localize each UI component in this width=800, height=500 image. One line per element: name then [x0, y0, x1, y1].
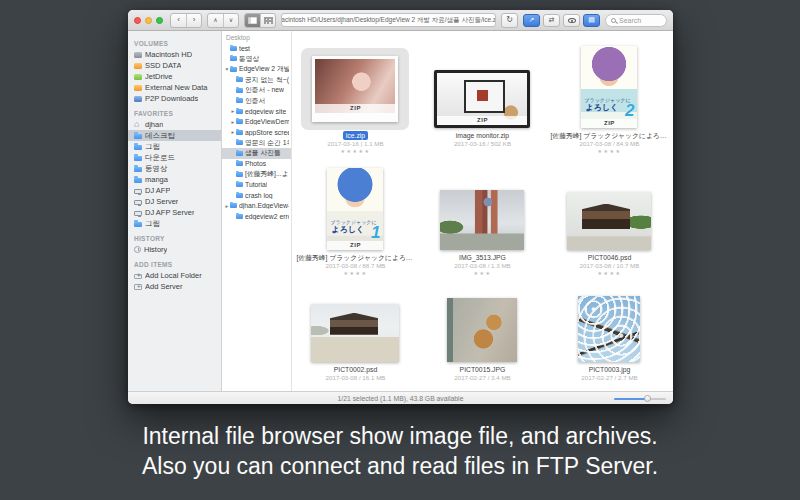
tree-row[interactable]: 인증서 - new	[222, 85, 291, 96]
sidebar-item-icon	[134, 274, 142, 280]
sidebar-row[interactable]: Macintosh HD	[128, 49, 221, 60]
path-field[interactable]: Macintosh HD/Users/djhan/Desktop/EdgeVie…	[281, 13, 496, 27]
sidebar-row[interactable]: DJ Server	[128, 196, 221, 207]
file-name[interactable]: [佐藤秀峰] ブラックジャックによろしく02.zip	[547, 131, 671, 140]
sidebar-row[interactable]: djhan	[128, 119, 221, 130]
file-cell[interactable]: PICT0046.psd 2017-03-08 / 10.7 MB ★★★★	[546, 157, 673, 279]
file-name[interactable]: PICT0002.psd	[331, 365, 380, 374]
sidebar-row[interactable]: 동영상	[128, 163, 221, 174]
sidebar-row[interactable]: DJ AFP	[128, 185, 221, 196]
file-name[interactable]: [佐藤秀峰] ブラックジャックによろしく01.zip	[293, 253, 417, 262]
file-name[interactable]: PICT0046.psd	[585, 253, 634, 262]
preview-button[interactable]	[563, 14, 580, 27]
tree-row[interactable]: ▸ edgeview site	[222, 106, 291, 117]
file-cell[interactable]: PICT0002.psd 2017-03-08 / 16.1 MB	[292, 279, 419, 391]
file-cell[interactable]: ZIP ice.zip 2017-03-16 | 1.1 MB ★★★★★	[292, 35, 419, 157]
thumbnail-view-button[interactable]	[260, 14, 275, 27]
tree-row[interactable]: edgeview2 error log	[222, 211, 291, 222]
forward-button[interactable]: ›	[186, 14, 201, 27]
tree-row[interactable]: [佐藤秀峰]...よろしく	[222, 169, 291, 180]
sidebar-row[interactable]: VOLUMES	[128, 38, 221, 49]
file-cell[interactable]: IMG_3513.JPG 2017-03-08 / 1.3 MB ★★★	[419, 157, 546, 279]
thumbnail-image[interactable]	[447, 298, 517, 362]
file-cell[interactable]: PICT0015.JPG 2017-02-27 / 3.4 MB	[419, 279, 546, 391]
list-view-button[interactable]	[245, 14, 260, 27]
file-cell[interactable]: ブラックジャックに よろしく 2 ZIP [佐藤秀峰] ブラックジャックによろし…	[546, 35, 673, 157]
browser-mode-button[interactable]: ▤	[583, 14, 600, 27]
tree-row[interactable]: ▸ appStore screenshot	[222, 127, 291, 138]
minimize-window-button[interactable]	[145, 17, 152, 24]
down-button[interactable]: ∨	[223, 14, 238, 27]
thumbnail-image[interactable]	[311, 304, 399, 362]
sidebar-row[interactable]: External New Data	[128, 82, 221, 93]
sidebar-row[interactable]: manga	[128, 174, 221, 185]
sidebar-item-label: DJ Server	[145, 197, 178, 206]
folder-icon	[236, 214, 243, 219]
tree-row[interactable]: Photos	[222, 159, 291, 170]
grid-view-icon	[264, 17, 273, 24]
sidebar-row[interactable]: ADD ITEMS	[128, 259, 221, 270]
sidebar-row[interactable]: HISTORY	[128, 233, 221, 244]
sidebar-item-icon	[134, 63, 142, 69]
sidebar-row[interactable]: FAVORITES	[128, 108, 221, 119]
tree-row[interactable]: ▸ djhan.EdgeView-2	[222, 201, 291, 212]
tree-row[interactable]: 샘플 사진들	[222, 148, 291, 159]
tree-row[interactable]: crash log	[222, 190, 291, 201]
file-name[interactable]: image monitor.zip	[453, 131, 512, 140]
file-name[interactable]: IMG_3513.JPG	[456, 253, 509, 262]
sidebar-row[interactable]: P2P Downloads	[128, 93, 221, 104]
thumbnail-image[interactable]: ブラックジャックに よろしく 2 ZIP	[581, 46, 637, 128]
thumbnail-image[interactable]	[440, 190, 524, 250]
thumbnail-image[interactable]	[567, 192, 651, 250]
folder-icon	[230, 56, 237, 61]
sidebar-row[interactable]: 다운로드	[128, 152, 221, 163]
close-window-button[interactable]	[134, 17, 141, 24]
sidebar-item-icon	[134, 121, 142, 129]
file-date-size: 2017-03-08 / 1.3 MB	[454, 262, 510, 270]
tree-row[interactable]: test	[222, 43, 291, 54]
sidebar-row[interactable]: History	[128, 244, 221, 255]
file-rating-stars: ★★★★	[597, 148, 621, 155]
tree-row[interactable]: ▾ EdgeView 2 개발 자료	[222, 64, 291, 75]
tree-row[interactable]: ▸ EdgeViewDemo(ver2)	[222, 117, 291, 128]
thumbnail-image[interactable]: ZIP	[434, 70, 530, 128]
sidebar-row[interactable]: DJ AFP Server	[128, 207, 221, 218]
tree-row[interactable]: 공지 없는 척~(완전 몰이)	[222, 75, 291, 86]
file-cell[interactable]: ブラックジャックに よろしく 1 ZIP [佐藤秀峰] ブラックジャックによろし…	[292, 157, 419, 279]
file-name[interactable]: ice.zip	[343, 131, 368, 140]
share-button[interactable]: ↗	[523, 14, 540, 27]
file-name[interactable]: PICT0003.jpg	[586, 365, 634, 374]
thumbnail-image[interactable]: ZIP	[312, 56, 398, 122]
refresh-button[interactable]: ↻	[502, 14, 517, 27]
file-cell[interactable]: PICT0003.jpg 2017-02-27 / 2.7 MB	[546, 279, 673, 391]
tree-row[interactable]: 영문의 순간 1위	[222, 138, 291, 149]
transfer-button[interactable]: ⇄	[543, 14, 560, 27]
cover-subtitle-text: よろしく	[585, 102, 618, 113]
sidebar-row[interactable]: Add Local Folder	[128, 270, 221, 281]
cover-subtitle-text: よろしく	[331, 224, 364, 235]
tree-row[interactable]: Tutorial	[222, 180, 291, 191]
sidebar-row[interactable]: JetDrive	[128, 71, 221, 82]
tree-row[interactable]: 인증서	[222, 96, 291, 107]
search-placeholder: Search	[619, 17, 641, 24]
zoom-slider-knob[interactable]	[644, 395, 651, 402]
file-name[interactable]: PICT0015.JPG	[457, 365, 509, 374]
file-cell[interactable]: ZIP image monitor.zip 2017-03-16 / 502 K…	[419, 35, 546, 157]
edgeview-file-browser-window: ‹ › ∧ ∨ Macintosh HD/Users/djhan/Desktop…	[128, 10, 673, 404]
traffic-lights	[134, 17, 163, 24]
thumbnail-image[interactable]	[578, 296, 640, 362]
tree-row[interactable]: 동영상	[222, 54, 291, 65]
sidebar-row[interactable]: SSD DATA	[128, 60, 221, 71]
sidebar-row[interactable]: 그림	[128, 218, 221, 229]
back-button[interactable]: ‹	[171, 14, 186, 27]
folder-icon	[230, 67, 237, 72]
sidebar-row[interactable]: Add Server	[128, 281, 221, 292]
thumbnail-zoom-slider[interactable]	[614, 398, 666, 400]
up-button[interactable]: ∧	[208, 14, 223, 27]
sidebar-row[interactable]: 그림	[128, 141, 221, 152]
search-input[interactable]: Search	[605, 14, 667, 27]
zoom-window-button[interactable]	[156, 17, 163, 24]
sidebar-row[interactable]: 데스크탑	[128, 130, 221, 141]
window-titlebar[interactable]: ‹ › ∧ ∨ Macintosh HD/Users/djhan/Desktop…	[128, 10, 673, 31]
thumbnail-image[interactable]: ブラックジャックに よろしく 1 ZIP	[327, 168, 383, 250]
